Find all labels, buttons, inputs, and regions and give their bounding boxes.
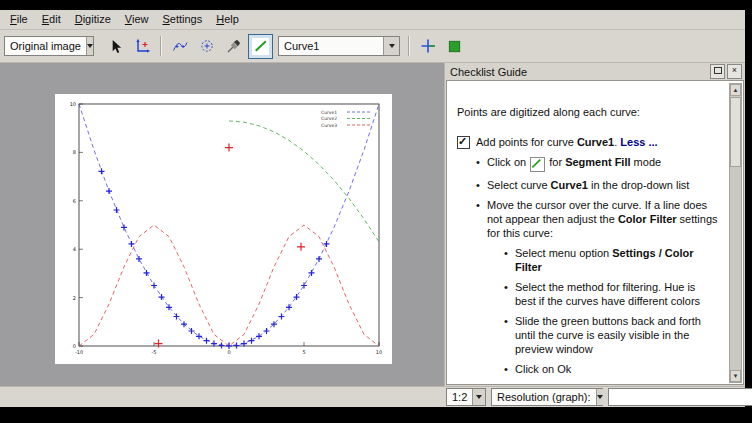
svg-text:2: 2 — [73, 295, 76, 301]
axis-point-icon — [134, 38, 151, 55]
segment-fill-tool-button[interactable] — [248, 34, 273, 59]
segment-fill-icon — [252, 38, 269, 55]
svg-text:Curve1: Curve1 — [321, 110, 337, 115]
svg-text:0: 0 — [73, 343, 76, 349]
svg-text:8: 8 — [73, 149, 76, 155]
checklist-steps: Click on for Segment Fill mode Select cu… — [457, 155, 719, 385]
checklist-scrollbar[interactable]: ▲ ▼ — [729, 83, 742, 383]
cursor-arrow-icon — [107, 38, 124, 55]
zoom-combo-value: 1:2 — [447, 391, 472, 403]
checklist-step: Select curve Curve1 in the drop-down lis… — [487, 178, 719, 192]
point-match-icon — [198, 38, 215, 55]
toolbar-separator — [160, 36, 162, 56]
add-points-label: Add points for curve Curve1. Less ... — [476, 135, 658, 149]
view-filter-button[interactable] — [442, 34, 467, 59]
menu-item-view[interactable]: View — [118, 11, 156, 28]
chevron-down-icon[interactable] — [86, 37, 93, 55]
menu-item-digitize[interactable]: Digitize — [68, 11, 118, 28]
checklist-substep: Click on Ok — [515, 362, 719, 376]
menu-item-file[interactable]: File — [3, 11, 35, 28]
chevron-down-icon[interactable] — [596, 389, 603, 405]
scroll-up-button[interactable]: ▲ — [730, 84, 741, 96]
menu-item-settings[interactable]: Settings — [155, 11, 209, 28]
svg-text:Curve3: Curve3 — [321, 123, 337, 128]
background-combo-value: Original image — [5, 40, 86, 52]
scroll-up-icon: ▲ — [733, 87, 739, 93]
resolution-combo-value: Resolution (graph): — [492, 391, 596, 403]
undock-button[interactable] — [710, 64, 725, 79]
chevron-down-icon[interactable] — [383, 37, 399, 55]
curve-combo-value: Curve1 — [279, 40, 383, 52]
eyedropper-icon — [225, 38, 242, 55]
background-combo[interactable]: Original image — [4, 36, 94, 56]
checklist-step: Move the cursor over the curve again. Wh… — [487, 382, 719, 385]
svg-text:0: 0 — [227, 349, 230, 355]
menu-item-help[interactable]: Help — [209, 11, 246, 28]
plot-svg[interactable]: -10-505100246810Curve1Curve2Curve3 — [55, 94, 392, 364]
curve-combo[interactable]: Curve1 — [278, 36, 400, 56]
app-window: File Edit Digitize View Settings Help Or… — [0, 10, 745, 407]
close-icon: × — [732, 65, 737, 75]
svg-text:6: 6 — [73, 198, 76, 204]
close-button[interactable]: × — [727, 64, 742, 79]
menu-item-edit[interactable]: Edit — [35, 11, 68, 28]
status-bar: 1:2 Resolution (graph): — [0, 386, 745, 407]
checklist-substep: Slide the green buttons back and forth u… — [515, 314, 719, 356]
checklist-substep: Select the method for filtering. Hue is … — [515, 280, 719, 308]
toolbar-separator — [408, 36, 410, 56]
checklist-body: Points are digitized along each curve: ✓… — [446, 80, 744, 385]
main-area: -10-505100246810Curve1Curve2Curve3 Check… — [0, 63, 745, 386]
menu-bar: File Edit Digitize View Settings Help — [0, 10, 745, 30]
check-icon: ✓ — [458, 134, 467, 148]
scrollbar-thumb[interactable] — [730, 97, 741, 167]
checklist-substep: Select menu option Settings / Color Filt… — [515, 246, 719, 274]
undock-icon — [714, 67, 722, 74]
checklist-intro: Points are digitized along each curve: — [457, 105, 719, 119]
resolution-combo[interactable]: Resolution (graph): — [491, 388, 603, 406]
zoom-combo[interactable]: 1:2 — [446, 388, 486, 406]
svg-text:4: 4 — [73, 246, 76, 252]
axis-point-tool-button[interactable] — [130, 34, 155, 59]
checklist-substeps: Select menu option Settings / Color Filt… — [487, 246, 719, 376]
svg-text:5: 5 — [302, 349, 305, 355]
add-points-row: ✓ Add points for curve Curve1. Less ... — [457, 135, 719, 149]
toolbar: Original image — [0, 30, 745, 63]
svg-text:10: 10 — [376, 349, 382, 355]
chevron-down-icon[interactable] — [472, 389, 485, 405]
checklist-step: Move the cursor over the curve. If a lin… — [487, 198, 719, 376]
checklist-step: Click on for Segment Fill mode — [487, 155, 719, 172]
graph-view[interactable]: -10-505100246810Curve1Curve2Curve3 — [0, 63, 444, 386]
less-link[interactable]: Less ... — [620, 136, 657, 148]
svg-text:-5: -5 — [152, 349, 157, 355]
view-crosshair-button[interactable] — [415, 34, 440, 59]
scroll-down-button[interactable]: ▼ — [730, 370, 741, 382]
select-tool-button[interactable] — [103, 34, 128, 59]
status-input[interactable] — [608, 388, 752, 406]
graph-canvas[interactable]: -10-505100246810Curve1Curve2Curve3 — [55, 94, 392, 364]
color-picker-tool-button[interactable] — [221, 34, 246, 59]
point-match-tool-button[interactable] — [194, 34, 219, 59]
crosshair-icon — [419, 38, 436, 55]
scroll-down-icon: ▼ — [733, 373, 739, 379]
checklist-titlebar: Checklist Guide × — [445, 63, 745, 80]
curve-point-tool-button[interactable] — [167, 34, 192, 59]
checklist-panel: Checklist Guide × Points are digitized a… — [444, 63, 745, 386]
checklist-title: Checklist Guide — [450, 66, 527, 78]
add-points-checkbox[interactable]: ✓ — [457, 136, 470, 149]
segment-fill-icon — [530, 157, 545, 172]
svg-text:Curve2: Curve2 — [321, 116, 337, 121]
curve-point-icon — [171, 38, 188, 55]
svg-text:10: 10 — [70, 101, 76, 107]
svg-text:-10: -10 — [75, 349, 83, 355]
green-square-icon — [446, 38, 463, 55]
